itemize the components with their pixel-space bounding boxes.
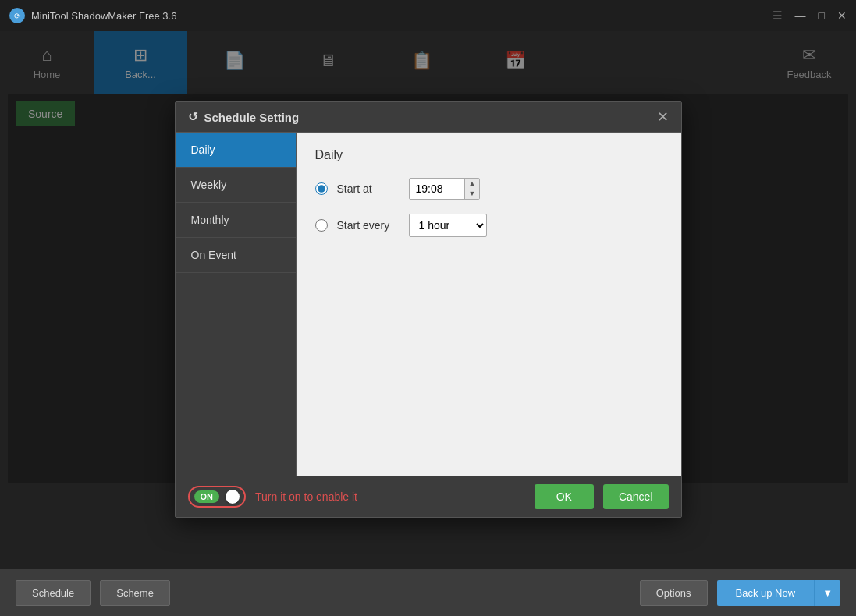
maximize-button[interactable]: □ — [819, 10, 825, 21]
tab-weekly[interactable]: Weekly — [176, 168, 296, 203]
dialog-title-icon: ↺ — [188, 110, 198, 124]
title-bar: ⟳ MiniTool ShadowMaker Free 3.6 ☰ — □ ✕ — [0, 0, 856, 31]
dialog-close-button[interactable]: ✕ — [657, 110, 669, 124]
schedule-dialog: ↺ Schedule Setting ✕ Daily Weekly Monthl… — [175, 101, 682, 518]
dialog-panel: Daily Start at ▲ ▼ Sta — [297, 133, 681, 476]
section-title: Daily — [315, 148, 662, 162]
time-input[interactable] — [410, 179, 464, 199]
schedule-button[interactable]: Schedule — [16, 580, 91, 606]
toggle-on-label: ON — [194, 490, 220, 503]
dialog-title-bar: ↺ Schedule Setting ✕ — [176, 102, 681, 133]
tab-weekly-label: Weekly — [191, 179, 227, 191]
enable-text: Turn it on to enable it — [255, 490, 357, 503]
dialog-title-group: ↺ Schedule Setting — [188, 110, 300, 124]
backup-now-button[interactable]: Back up Now — [717, 580, 815, 606]
app-title: MiniTool ShadowMaker Free 3.6 — [31, 10, 176, 22]
options-button[interactable]: Options — [640, 580, 708, 606]
backup-dropdown-button[interactable]: ▼ — [814, 580, 840, 606]
start-every-row: Start every 1 hour 2 hours 3 hours 4 hou… — [315, 214, 662, 237]
dialog-footer: ON Turn it on to enable it OK Cancel — [176, 476, 681, 517]
dialog-sidebar: Daily Weekly Monthly On Event — [176, 133, 297, 476]
start-every-radio[interactable] — [315, 219, 328, 232]
start-at-label: Start at — [337, 182, 400, 195]
tab-on-event[interactable]: On Event — [176, 238, 296, 273]
dialog-cancel-button[interactable]: Cancel — [603, 484, 669, 509]
tab-daily[interactable]: Daily — [176, 133, 296, 168]
hour-select[interactable]: 1 hour 2 hours 3 hours 4 hours 6 hours 1… — [409, 214, 487, 237]
start-every-label: Start every — [337, 219, 400, 232]
bottom-bar: Schedule Scheme Options Back up Now ▼ — [0, 569, 856, 616]
time-decrement-button[interactable]: ▼ — [465, 189, 480, 199]
app-area: ⌂ Home ⊞ Back... 📄 🖥 📋 📅 ✉ Feedback — [0, 31, 856, 616]
toggle-wrap[interactable]: ON — [188, 486, 247, 508]
dialog-title-text: Schedule Setting — [204, 111, 300, 124]
tab-monthly-label: Monthly — [191, 214, 229, 226]
dialog-body: Daily Weekly Monthly On Event Daily S — [176, 133, 681, 476]
title-bar-controls: ☰ — □ ✕ — [773, 10, 847, 21]
minimize-button[interactable]: — — [795, 10, 806, 21]
tab-daily-label: Daily — [191, 143, 215, 156]
time-increment-button[interactable]: ▲ — [465, 179, 480, 189]
time-input-wrap: ▲ ▼ — [409, 178, 481, 200]
backup-btn-group: Options Back up Now ▼ — [640, 580, 840, 606]
start-at-radio[interactable] — [315, 182, 328, 195]
app-logo: ⟳ — [9, 8, 25, 23]
toggle-circle — [226, 490, 240, 504]
title-bar-left: ⟳ MiniTool ShadowMaker Free 3.6 — [9, 8, 176, 23]
tab-on-event-label: On Event — [191, 249, 236, 261]
time-spinners: ▲ ▼ — [464, 179, 480, 199]
start-at-row: Start at ▲ ▼ — [315, 178, 662, 200]
scheme-button[interactable]: Scheme — [100, 580, 170, 606]
close-button[interactable]: ✕ — [837, 10, 847, 21]
dialog-ok-button[interactable]: OK — [535, 484, 594, 509]
tab-monthly[interactable]: Monthly — [176, 203, 296, 238]
menu-button[interactable]: ☰ — [773, 10, 783, 21]
